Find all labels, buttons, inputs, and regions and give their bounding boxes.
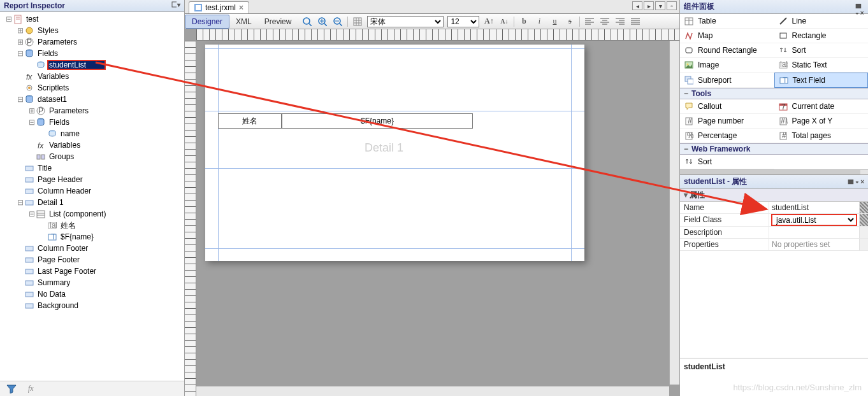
palette-panel-buttons[interactable]: ⯀ ▾ × (855, 3, 864, 11)
fx-icon[interactable]: fx (28, 384, 34, 393)
vertical-scrollbar[interactable] (669, 41, 679, 385)
tree-item[interactable]: ⊟Fields (1, 117, 184, 128)
tab-preview[interactable]: Preview (258, 15, 298, 28)
textfield-cell[interactable]: $F{name} (282, 113, 473, 129)
palette-item-line[interactable]: Line (774, 14, 869, 29)
prop-val-name[interactable]: studentList (769, 202, 859, 214)
dropdown-button[interactable]: ▾ (655, 1, 665, 10)
tree-item[interactable]: ⊟Detail 1 (1, 197, 184, 208)
next-button[interactable]: ▸ (644, 1, 654, 10)
filter-icon[interactable] (6, 385, 17, 393)
expand-toggle[interactable]: ⊟ (5, 15, 13, 24)
italic-icon[interactable]: i (533, 16, 545, 27)
palette-item-pct[interactable]: %Percentage (680, 129, 774, 143)
tree-item[interactable]: Page Footer (1, 254, 184, 265)
palette-item-sort[interactable]: Sort (774, 43, 869, 58)
palette-scrollbar[interactable] (680, 169, 868, 174)
palette-item-table[interactable]: Table (680, 14, 774, 29)
palette-item-rect[interactable]: Rectangle (774, 29, 869, 43)
panel-buttons[interactable]: ▾ (171, 1, 180, 10)
report-tree[interactable]: ⊟test⊞Styles⊞PParameters⊟FieldsstudentLi… (0, 12, 184, 381)
tab-xml[interactable]: XML (229, 15, 258, 28)
palette-item-textfield[interactable]: TText Field (774, 73, 869, 88)
static-text-cell[interactable]: 姓名 (218, 113, 282, 129)
tree-item[interactable]: Scriptlets (1, 82, 184, 94)
svg-rect-47 (354, 18, 361, 25)
font-size-combo[interactable]: 12 (447, 16, 479, 27)
align-left-icon[interactable] (584, 16, 595, 27)
tree-item[interactable]: fxVariables (1, 139, 184, 151)
file-tab[interactable]: test.jrxml × (189, 1, 249, 13)
tree-item[interactable]: ⊟dataset1 (1, 94, 184, 105)
align-justify-icon[interactable] (630, 16, 641, 27)
align-center-icon[interactable] (599, 16, 611, 27)
properties-panel-buttons[interactable]: ⯀ ▾ × (848, 178, 864, 185)
zoom-in-icon[interactable] (317, 16, 328, 27)
properties-category[interactable]: ▾ 属性 (680, 189, 868, 202)
expand-toggle[interactable]: ⊟ (17, 49, 24, 58)
palette-item-image[interactable]: Image (680, 58, 774, 73)
prop-key-name: Name (680, 202, 769, 214)
align-right-icon[interactable] (614, 16, 626, 27)
prev-button[interactable]: ◂ (632, 1, 642, 10)
palette-item-sort[interactable]: Sort (680, 155, 774, 169)
tree-item[interactable]: name (1, 128, 184, 139)
tab-designer[interactable]: Designer (185, 15, 229, 29)
horizontal-scrollbar[interactable] (196, 386, 669, 396)
palette-item-callout[interactable]: Callout (680, 99, 774, 114)
palette-item-rrect[interactable]: Round Rectangle (680, 43, 774, 58)
expand-toggle[interactable]: ⊟ (17, 95, 24, 104)
web-category[interactable]: −Web Framework (680, 143, 868, 155)
tree-item[interactable]: Groups (1, 151, 184, 162)
tree-item[interactable]: Column Footer (1, 243, 184, 254)
palette-item-map[interactable]: Map (680, 29, 774, 43)
tree-item[interactable]: Page Header (1, 174, 184, 185)
tree-item[interactable]: ⊟List (component) (1, 208, 184, 220)
tree-item[interactable]: Last Page Footer (1, 265, 184, 277)
zoom-actual-icon[interactable] (301, 16, 313, 27)
bold-icon[interactable]: b (518, 16, 530, 27)
palette-item-pxy[interactable]: ##Page X of Y (774, 114, 869, 129)
expand-toggle[interactable]: ⊞ (28, 106, 36, 115)
tree-item[interactable]: Summary (1, 277, 184, 288)
tree-item[interactable]: studentList (1, 59, 184, 71)
palette-item-subreport[interactable]: Subreport (680, 73, 774, 88)
decrease-font-icon[interactable]: A↓ (498, 16, 510, 27)
expand-toggle[interactable]: ⊞ (17, 26, 24, 35)
design-canvas[interactable]: 姓名 $F{name} Detail 1 (185, 29, 679, 396)
prop-val-fieldclass[interactable]: java.util.List (769, 214, 859, 227)
tree-item[interactable]: ⊞PParameters (1, 36, 184, 48)
underline-icon[interactable]: u (549, 16, 560, 27)
tree-item[interactable]: ⊟Fields (1, 48, 184, 59)
tree-item[interactable]: T$F{name} (1, 231, 184, 243)
palette-item-tpages[interactable]: #Total pages (774, 129, 869, 143)
zoom-out-icon[interactable] (332, 16, 344, 27)
tree-item[interactable]: fxVariables (1, 71, 184, 82)
expand-toggle[interactable]: ⊟ (28, 209, 36, 218)
prop-val-properties[interactable]: No properties set (769, 239, 859, 251)
expand-toggle[interactable]: ⊟ (17, 198, 24, 207)
tree-item[interactable]: ⊞PParameters (1, 105, 184, 117)
palette-item-date[interactable]: 7Current date (774, 99, 869, 114)
prop-val-description[interactable] (769, 227, 859, 239)
report-page[interactable]: 姓名 $F{name} Detail 1 (205, 45, 584, 261)
tree-item-label: Parameters (48, 106, 90, 115)
font-family-combo[interactable]: 宋体 (367, 16, 444, 27)
palette-item-pnum[interactable]: #Page number (680, 114, 774, 129)
tree-item[interactable]: Column Header (1, 185, 184, 197)
tree-item[interactable]: No Data (1, 288, 184, 300)
tools-category[interactable]: −Tools (680, 88, 868, 99)
tree-item[interactable]: Title (1, 162, 184, 174)
expand-toggle[interactable]: ⊟ (28, 118, 36, 127)
expand-toggle[interactable]: ⊞ (17, 38, 24, 46)
maximize-button[interactable]: ▫ (667, 1, 677, 10)
close-icon[interactable]: × (239, 3, 243, 12)
tree-item[interactable]: Background (1, 300, 184, 311)
tree-item[interactable]: ⊞Styles (1, 25, 184, 36)
grid-icon[interactable] (352, 16, 363, 27)
increase-font-icon[interactable]: A↑ (483, 16, 495, 27)
tree-item[interactable]: ⊟test (1, 13, 184, 25)
strike-icon[interactable]: s (564, 16, 575, 27)
palette-item-static[interactable]: labelStatic Text (774, 58, 869, 73)
tree-item[interactable]: label姓名 (1, 220, 184, 231)
